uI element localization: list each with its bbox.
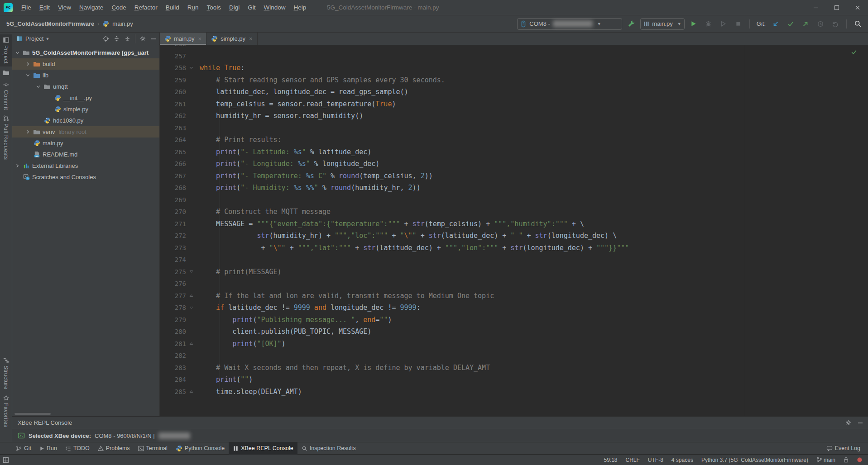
code-editor[interactable]: 256"""257258while True:259# Start readin…: [160, 45, 868, 416]
code-line-258[interactable]: 258while True:: [160, 62, 868, 74]
code-line-277[interactable]: 277# If the lat and lon are valid, trans…: [160, 290, 868, 302]
status-file-encoding[interactable]: UTF-8: [648, 457, 663, 463]
status-git-branch[interactable]: main: [816, 457, 835, 463]
stripe-item-favorites[interactable]: Favorites: [0, 392, 12, 430]
toolwindow-tab-todo[interactable]: TODO: [61, 442, 94, 455]
git-push-button[interactable]: [800, 18, 811, 30]
tab-close-icon[interactable]: ×: [198, 35, 202, 42]
code-line-267[interactable]: 267print("- Temperature: %s C" % round(t…: [160, 170, 868, 182]
tree-item-umqtt[interactable]: umqtt: [12, 81, 159, 92]
run-config-combo[interactable]: main.py ▼: [640, 18, 684, 30]
hide-panel-icon[interactable]: [150, 36, 157, 42]
maximize-button[interactable]: [826, 0, 847, 15]
code-line-283[interactable]: 283# Wait X seconds and then repeat, X i…: [160, 362, 868, 374]
toolwindow-tab-xbee-repl-console[interactable]: XBee REPL Console: [229, 442, 297, 455]
fold-down-icon[interactable]: [186, 266, 196, 278]
code-line-282[interactable]: 282: [160, 350, 868, 362]
error-indicator-icon[interactable]: [857, 457, 863, 463]
run-button[interactable]: [688, 18, 700, 30]
xbee-configure-button[interactable]: [625, 18, 637, 30]
chevron-down-icon[interactable]: [33, 84, 43, 89]
locate-file-icon[interactable]: [102, 35, 109, 42]
code-line-265[interactable]: 265print("- Latitude: %s" % latitude_dec…: [160, 146, 868, 158]
stripe-item-folder-stripe[interactable]: [0, 66, 12, 79]
code-line-272[interactable]: 272str(humidity_hr) + ""","loc":""" + "\…: [160, 230, 868, 242]
tree-item-main.py[interactable]: main.py: [12, 138, 159, 149]
tree-item-hdc1080.py[interactable]: hdc1080.py: [12, 115, 159, 126]
inspections-ok-icon[interactable]: [851, 49, 857, 55]
fold-down-icon[interactable]: [186, 45, 196, 50]
menu-build[interactable]: Build: [162, 2, 183, 13]
gear-icon[interactable]: [139, 35, 146, 42]
menu-digi[interactable]: Digi: [225, 2, 244, 13]
xbee-device-combo[interactable]: COM8 - ▼: [517, 18, 622, 30]
tree-item-simple.py[interactable]: simple.py: [12, 104, 159, 115]
menu-code[interactable]: Code: [107, 2, 130, 13]
code-line-268[interactable]: 268print("- Humidity: %s %%" % round(hum…: [160, 182, 868, 194]
chevron-right-icon[interactable]: [12, 163, 22, 168]
code-line-256[interactable]: 256""": [160, 45, 868, 50]
status-caret-position[interactable]: 59:18: [604, 457, 617, 463]
chevron-down-icon[interactable]: [23, 73, 33, 78]
code-line-257[interactable]: 257: [160, 50, 868, 62]
code-line-270[interactable]: 270# Construct the MQTT message: [160, 206, 868, 218]
menu-window[interactable]: Window: [260, 2, 290, 13]
editor-tab-simple-py[interactable]: simple.py×: [206, 33, 258, 45]
fold-down-icon[interactable]: [186, 62, 196, 74]
code-line-284[interactable]: 284print(""): [160, 374, 868, 386]
menu-git[interactable]: Git: [244, 2, 259, 13]
tool-window-switcher-icon[interactable]: [3, 457, 9, 463]
toolwindow-tab-event-log[interactable]: Event Log: [822, 442, 864, 455]
lock-icon[interactable]: [844, 457, 849, 463]
toolwindow-tab-git[interactable]: Git: [12, 442, 35, 455]
chevron-right-icon[interactable]: [23, 129, 33, 134]
code-line-269[interactable]: 269: [160, 194, 868, 206]
code-line-280[interactable]: 280client.publish(PUB_TOPIC, MESSAGE): [160, 326, 868, 338]
fold-up-icon[interactable]: [186, 338, 196, 350]
toolwindow-tab-problems[interactable]: Problems: [94, 442, 134, 455]
stripe-item-pull-requests[interactable]: Pull Requests: [0, 113, 12, 163]
code-line-274[interactable]: 274: [160, 254, 868, 266]
stop-button[interactable]: [733, 18, 744, 30]
history-button[interactable]: [815, 18, 826, 30]
code-line-260[interactable]: 260latitude_dec, longitude_dec = read_gp…: [160, 86, 868, 98]
editor-tab-main-py[interactable]: main.py×: [160, 33, 206, 45]
code-line-262[interactable]: 262humidity_hr = sensor.read_humidity(): [160, 110, 868, 122]
rollback-button[interactable]: [830, 18, 841, 30]
collapse-all-icon[interactable]: [124, 35, 131, 42]
close-button[interactable]: [847, 0, 868, 15]
status-line-separator[interactable]: CRLF: [626, 457, 640, 463]
code-line-264[interactable]: 264# Print results:: [160, 134, 868, 146]
menu-file[interactable]: File: [17, 2, 35, 13]
code-line-279[interactable]: 279print("Publishing message... ", end="…: [160, 314, 868, 326]
menu-help[interactable]: Help: [290, 2, 311, 13]
menu-run[interactable]: Run: [183, 2, 203, 13]
tree-item-scratches[interactable]: Scratches and Consoles: [12, 171, 159, 183]
tree-item-__init__.py[interactable]: __init__.py: [12, 92, 159, 104]
breadcrumb-project[interactable]: 5G_ColdAssetMonitorFirmware: [6, 20, 94, 27]
toolwindow-tab-terminal[interactable]: Terminal: [134, 442, 172, 455]
toolwindow-tab-python-console[interactable]: Python Console: [172, 442, 229, 455]
horizontal-scrollbar[interactable]: [14, 413, 51, 415]
hide-panel-icon[interactable]: [857, 420, 863, 426]
code-line-271[interactable]: 271MESSAGE = """{"event_data":{"temperat…: [160, 218, 868, 230]
fold-down-icon[interactable]: [186, 302, 196, 314]
code-line-259[interactable]: 259# Start reading sensor and GPS sample…: [160, 74, 868, 86]
menu-view[interactable]: View: [54, 2, 75, 13]
code-line-263[interactable]: 263: [160, 122, 868, 134]
expand-all-icon[interactable]: [113, 35, 120, 42]
tree-item-5g_coldassetmonitorfirmware[interactable]: 5G_ColdAssetMonitorFirmware [gps_uart: [12, 47, 159, 58]
stripe-item-structure[interactable]: Structure: [0, 355, 12, 392]
minimize-button[interactable]: [806, 0, 826, 15]
toolwindow-tab-inspection-results[interactable]: Inspection Results: [297, 442, 360, 455]
run-coverage-button[interactable]: [718, 18, 729, 30]
code-line-273[interactable]: 273+ "\"" + ""","lat":""" + str(latitude…: [160, 242, 868, 254]
search-everywhere-button[interactable]: [852, 18, 863, 30]
fold-up-icon[interactable]: [186, 290, 196, 302]
stripe-item-project[interactable]: Project: [0, 34, 12, 66]
tree-item-build[interactable]: build: [12, 58, 159, 70]
menu-tools[interactable]: Tools: [203, 2, 225, 13]
git-update-button[interactable]: [770, 18, 782, 30]
code-line-266[interactable]: 266print("- Longitude: %s" % longitude_d…: [160, 158, 868, 170]
git-commit-button[interactable]: [785, 18, 796, 30]
